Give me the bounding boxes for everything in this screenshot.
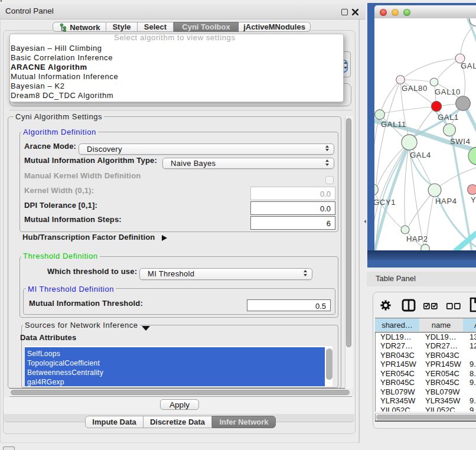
svg-text:GAL4: GAL4 [410, 151, 431, 159]
svg-text:SWI4: SWI4 [450, 137, 471, 146]
svg-text:GAL7: GAL7 [461, 61, 476, 70]
svg-text:YM: YM [471, 195, 476, 204]
svg-text:GAL11: GAL11 [381, 120, 406, 129]
svg-text:GAL10: GAL10 [435, 87, 461, 96]
svg-text:HAP4: HAP4 [435, 197, 457, 206]
svg-text:GCY1: GCY1 [374, 198, 396, 207]
svg-text:HAP2: HAP2 [406, 234, 428, 243]
svg-text:GAL1: GAL1 [438, 113, 459, 122]
svg-text:GAL80: GAL80 [402, 84, 428, 93]
